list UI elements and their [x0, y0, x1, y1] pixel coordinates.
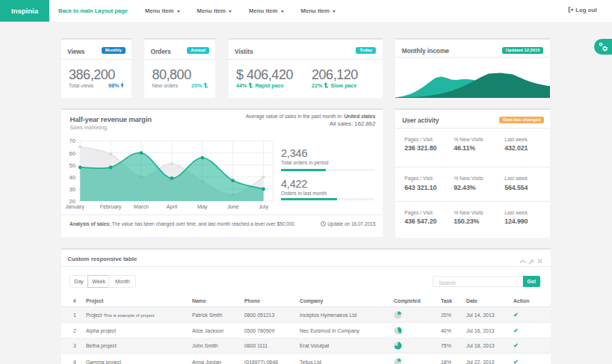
svg-text:January: January — [65, 203, 84, 209]
svg-text:April: April — [167, 203, 178, 209]
svg-text:July: July — [259, 203, 268, 209]
svg-text:March: March — [134, 203, 149, 209]
svg-text:60: 60 — [69, 149, 75, 156]
svg-text:40: 40 — [69, 174, 75, 181]
svg-text:June: June — [227, 203, 239, 209]
svg-text:May: May — [197, 203, 208, 209]
svg-text:February: February — [100, 203, 122, 209]
svg-text:50: 50 — [69, 162, 75, 169]
svg-text:70: 70 — [69, 138, 75, 144]
svg-text:30: 30 — [69, 186, 75, 193]
